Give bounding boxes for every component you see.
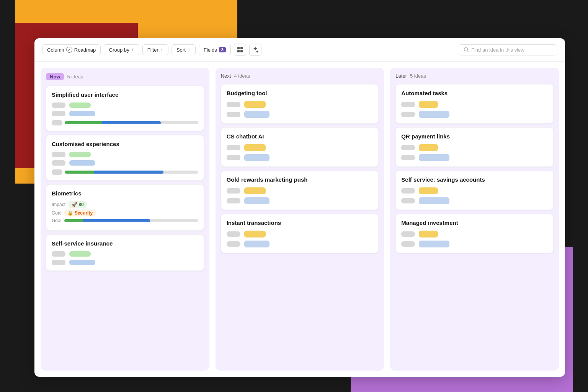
later-label: Later <box>395 73 407 79</box>
card-customised-exp: Customised experiences <box>46 135 204 181</box>
ai-icon-button[interactable] <box>249 44 261 56</box>
card-title-managed: Managed investment <box>401 220 548 226</box>
bio-goal2-row: Goal <box>52 218 198 223</box>
main-card: Column ✓ Roadmap Group by + Filter + Sor… <box>34 38 565 377</box>
layout-icon <box>237 47 243 53</box>
card-title-biometrics: Biometrics <box>52 190 198 197</box>
card-title-savings: Self service: savings accounts <box>401 176 548 183</box>
layout-icon-button[interactable] <box>234 44 246 56</box>
goal-label: Goal <box>52 210 61 216</box>
skel-blue <box>69 160 95 166</box>
card-rows-instant <box>227 231 373 247</box>
sort-label: Sort <box>176 47 186 53</box>
progress-green <box>64 219 83 222</box>
card-rows-gold <box>227 187 373 204</box>
card-row <box>401 241 548 247</box>
skel-gray <box>52 251 65 257</box>
roadmap-label: Roadmap <box>74 47 96 53</box>
impact-label: Impact <box>52 202 65 207</box>
progress-track <box>65 171 198 174</box>
search-box[interactable]: Find an idea in this view <box>458 44 557 55</box>
card-title-chatbot: CS chatbot AI <box>227 133 373 140</box>
skel-gray-sm <box>52 120 62 125</box>
skel-gray <box>227 188 240 194</box>
card-row <box>227 187 373 194</box>
progress-green <box>65 121 102 124</box>
card-title-qr: QR payment links <box>401 133 548 140</box>
card-row <box>52 260 198 265</box>
skel-yellow <box>244 231 266 237</box>
card-rows-customised <box>52 152 198 175</box>
card-title-budgeting: Budgeting tool <box>227 90 373 96</box>
card-biometrics: Biometrics Impact 🚀 80 Goal 🔒 Security G… <box>46 184 204 231</box>
card-row <box>52 251 198 257</box>
card-rows-simplified-ui <box>52 102 198 125</box>
sort-plus-icon: + <box>188 47 191 53</box>
column-now: Now 5 ideas Simplified user interface <box>41 68 209 371</box>
card-title-customised-exp: Customised experiences <box>52 141 198 147</box>
fields-label: Fields <box>204 47 217 53</box>
skel-gray <box>227 241 240 247</box>
card-managed-investment: Managed investment <box>395 214 554 253</box>
impact-badge: 🚀 80 <box>69 201 87 208</box>
column-later-header: Later 5 ideas <box>395 73 554 79</box>
column-label: Column <box>47 47 64 53</box>
card-row <box>227 231 373 237</box>
skel-gray <box>227 155 240 160</box>
skel-blue <box>69 260 95 265</box>
card-row <box>401 187 548 194</box>
next-count: 4 ideas <box>234 73 250 79</box>
card-row <box>401 197 548 204</box>
card-title-gold-rewards: Gold rewards marketing push <box>227 176 373 183</box>
card-gold-rewards: Gold rewards marketing push <box>221 171 379 210</box>
skel-yellow <box>244 144 266 151</box>
bio-goal-row: Goal 🔒 Security <box>52 210 198 216</box>
svg-rect-0 <box>237 47 240 49</box>
skel-yellow-sm <box>419 187 438 194</box>
sort-button[interactable]: Sort + <box>172 44 196 55</box>
card-rows-qr <box>401 144 548 161</box>
card-rows-budgeting <box>227 101 373 118</box>
progress-green <box>65 171 94 174</box>
card-title-automated: Automated tasks <box>401 90 548 96</box>
skel-gray <box>52 102 65 108</box>
card-self-service-insurance: Self-service insurance <box>46 234 204 271</box>
kanban-board: Now 5 ideas Simplified user interface <box>34 62 565 377</box>
progress-blue <box>102 121 161 124</box>
card-simplified-ui: Simplified user interface <box>46 86 204 131</box>
skel-gray <box>401 188 415 194</box>
card-row <box>227 144 373 151</box>
card-automated-tasks: Automated tasks <box>395 84 554 124</box>
skel-gray <box>52 260 65 265</box>
security-badge: 🔒 Security <box>64 210 96 216</box>
skel-gray <box>227 102 240 107</box>
toolbar: Column ✓ Roadmap Group by + Filter + Sor… <box>34 38 565 62</box>
fields-button[interactable]: Fields 3 <box>199 45 231 55</box>
skel-green <box>69 251 91 257</box>
next-label: Next <box>221 73 231 79</box>
column-next: Next 4 ideas Budgeting tool <box>216 68 384 371</box>
column-later: Later 5 ideas Automated tasks <box>390 68 559 371</box>
card-row <box>401 231 548 237</box>
skel-gray <box>401 241 415 247</box>
skel-blue-soft <box>244 241 270 247</box>
card-row <box>227 241 373 247</box>
card-row <box>401 101 548 108</box>
skel-gray <box>401 198 415 203</box>
skel-yellow-sm <box>419 144 438 151</box>
now-count: 5 ideas <box>67 74 83 80</box>
card-title-simplified-ui: Simplified user interface <box>52 91 198 98</box>
card-row <box>52 111 198 116</box>
group-by-button[interactable]: Group by + <box>104 44 139 55</box>
card-row <box>401 144 548 151</box>
svg-rect-3 <box>240 50 243 52</box>
skel-green <box>69 102 91 108</box>
skel-blue-soft-sm <box>419 111 449 118</box>
skel-gray <box>227 112 240 117</box>
column-button[interactable]: Column ✓ Roadmap <box>42 44 101 55</box>
card-row <box>52 102 198 108</box>
card-row <box>227 101 373 108</box>
skel-gray <box>401 231 415 237</box>
filter-button[interactable]: Filter + <box>142 44 168 55</box>
skel-blue-soft-sm <box>419 197 449 204</box>
